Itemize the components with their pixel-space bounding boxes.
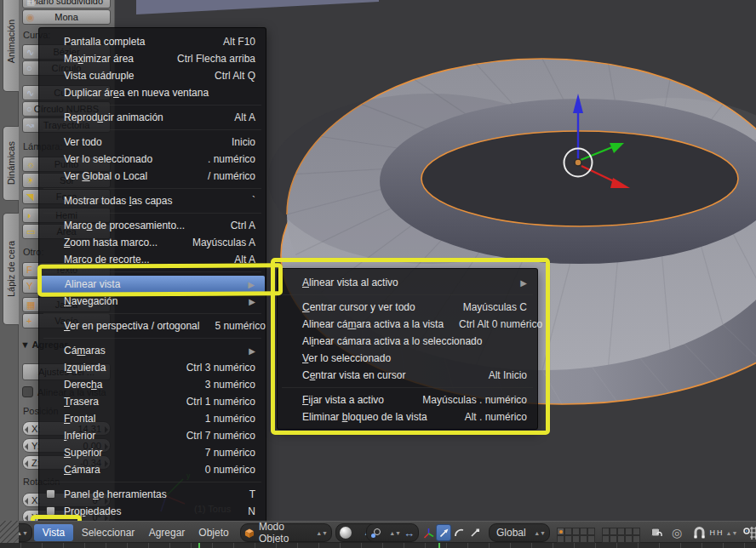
timeline-strip[interactable] (0, 543, 756, 548)
layer-cell[interactable] (625, 528, 633, 535)
plane-object (136, 0, 379, 14)
orientation-label: Global (496, 527, 526, 539)
layer-cell[interactable] (580, 528, 587, 535)
snap-magnet-icon[interactable] (690, 524, 708, 541)
layer-cell[interactable] (587, 535, 595, 543)
menu-item-label: Maximizar área (64, 53, 134, 65)
shelf-tab-din-micas[interactable]: Dinámicas (3, 126, 19, 201)
pivot-point-dropdown[interactable]: ▲▼ ↔ (366, 523, 419, 542)
empty-icon: + (26, 317, 32, 326)
mode-dropdown-label: Modo Objeto (259, 521, 312, 545)
menu-item[interactable]: IzquierdaCtrl 3 numérico (39, 359, 266, 376)
menu-item[interactable]: Vista cuádrupleCtrl Alt Q (39, 67, 266, 84)
menu-item[interactable]: Maximizar áreaCtrl Flecha arriba (39, 50, 266, 67)
layer-cell[interactable] (633, 528, 640, 535)
opengl-render-icon[interactable] (742, 524, 756, 541)
menu-item[interactable]: Frontal1 numérico (39, 410, 266, 427)
header-menu-agregar[interactable]: Agregar (145, 524, 189, 541)
menu-item[interactable]: Ver lo seleccionado. numérico (39, 151, 266, 168)
header-menu-objeto[interactable]: Objeto (194, 524, 233, 541)
menu-item[interactable]: Derecha3 numérico (39, 376, 266, 393)
shelf-button-plano-subdividido[interactable]: ▦Plano subdividido (22, 0, 111, 9)
grid-icon: ▦ (26, 0, 35, 6)
lock-to-scene-icon[interactable] (648, 525, 665, 540)
layers-widget-right[interactable] (602, 528, 640, 543)
menu-item-shortcut: Ctrl A (185, 220, 255, 231)
menu-item-label: Frontal (64, 413, 95, 425)
rotate-manipulator-button[interactable] (451, 524, 467, 541)
manipulator-toggle-icon[interactable]: ↔ (404, 527, 415, 539)
menu-item-label: Ver todo (64, 136, 102, 148)
menu-item[interactable]: Zoom hasta marco...Mayúsculas A (39, 234, 266, 251)
layer-cell[interactable] (610, 528, 617, 535)
menu-item[interactable]: TraseraCtrl 1 numérico (39, 393, 266, 410)
menu-item-shortcut: Ctrl Alt Q (135, 70, 256, 82)
menu-item-shortcut: Alt A (163, 111, 255, 123)
layer-cell[interactable] (617, 535, 625, 543)
layer-cell[interactable] (617, 528, 625, 535)
menu-item[interactable]: InferiorCtrl 7 numérico (39, 427, 266, 444)
menu-item[interactable]: Cámaras▶ (39, 342, 266, 359)
menu-item[interactable]: Mostrar todas las capas` (39, 192, 266, 209)
layer-cell[interactable] (587, 528, 595, 535)
layer-cell[interactable] (580, 535, 587, 543)
menu-item[interactable]: Panel de herramientasT (39, 486, 266, 503)
menu-item-label: Cámaras (64, 345, 106, 357)
header-menu-vista[interactable]: Vista (34, 524, 73, 541)
area-resize-corner[interactable] (0, 521, 19, 543)
proportional-edit-icon[interactable]: ◎ (669, 525, 684, 540)
menu-item[interactable]: Cámara0 numérico (39, 461, 266, 478)
layer-cell[interactable] (610, 535, 617, 543)
transform-orientation-dropdown[interactable]: Global ▲▼ (489, 523, 550, 542)
timeline-marker (198, 543, 200, 548)
menu-item[interactable]: Reproducir animaciónAlt A (39, 109, 266, 126)
menu-separator (43, 313, 261, 314)
menu-item-label: Superior (64, 447, 102, 459)
layer-cell[interactable] (602, 535, 610, 543)
scale-manipulator-button[interactable] (467, 524, 482, 541)
layers-widget-left[interactable] (557, 528, 595, 543)
align-to-view-checkbox[interactable] (22, 386, 33, 397)
object-origin (575, 159, 581, 166)
menu-item[interactable]: Superior7 numérico (39, 444, 266, 461)
menu-item[interactable]: Ver todoInicio (39, 134, 266, 151)
menu-item[interactable]: Ver en perspectiva / ortogonal5 numérico (39, 317, 266, 334)
layer-cell[interactable] (572, 528, 580, 535)
translate-manipulator-button[interactable] (436, 524, 451, 541)
header-menu-seleccionar[interactable]: Seleccionar (79, 524, 137, 541)
menu-separator (43, 338, 261, 339)
shelf-button-mona[interactable]: ◉Mona (22, 9, 111, 25)
menu-item-shortcut: 0 numérico (100, 464, 255, 476)
shelf-button-label: Plano subdividido (30, 0, 103, 6)
layer-cell[interactable] (602, 528, 610, 535)
menu-item[interactable]: Ver Global o Local/ numérico (39, 168, 266, 185)
snap-element-selector[interactable]: HH ▲▼ (710, 525, 737, 540)
menu-item-shortcut: 1 numérico (95, 413, 255, 425)
layer-cell[interactable] (633, 535, 640, 543)
submenu-arrow-icon: ▶ (117, 297, 255, 306)
layer-cell[interactable] (564, 535, 572, 543)
shelf-tab-animaci-n[interactable]: Animación (3, 0, 19, 92)
manipulator-axes-icon[interactable] (421, 524, 436, 541)
curve-icon: ∿ (26, 48, 34, 57)
text-icon: F (26, 265, 32, 275)
menu-separator (43, 129, 261, 130)
layer-cell[interactable] (625, 535, 633, 543)
menu-item-label: Ver lo seleccionado (64, 153, 152, 165)
tool-shelf-tab-strip: AnimaciónDinámicasLápiz de cera (0, 0, 19, 521)
solid-shading-sphere-icon (340, 527, 352, 539)
shelf-tab-l-piz-de-cera[interactable]: Lápiz de cera (3, 213, 19, 325)
layer-cell[interactable] (572, 535, 580, 543)
curve-icon: ∿ (26, 88, 34, 98)
layer-cell[interactable] (564, 528, 572, 535)
menu-separator (43, 188, 261, 189)
menu-item-shortcut: / numérico (147, 170, 255, 182)
layer-cell[interactable] (557, 528, 564, 535)
layer-cell[interactable] (557, 535, 564, 543)
menu-item[interactable]: Duplicar área en nueva ventana (39, 84, 266, 101)
blender-window: y (1) Torus AnimaciónDinámicasLápiz de c… (0, 0, 756, 548)
menu-item[interactable]: Pantalla completaAlt F10 (39, 33, 266, 50)
menu-item[interactable]: Marco de procesamiento...Ctrl A (39, 217, 266, 234)
mode-dropdown[interactable]: Modo Objeto ▲▼ (240, 523, 332, 542)
menu-item-shortcut: Mayúsculas A (158, 237, 255, 248)
